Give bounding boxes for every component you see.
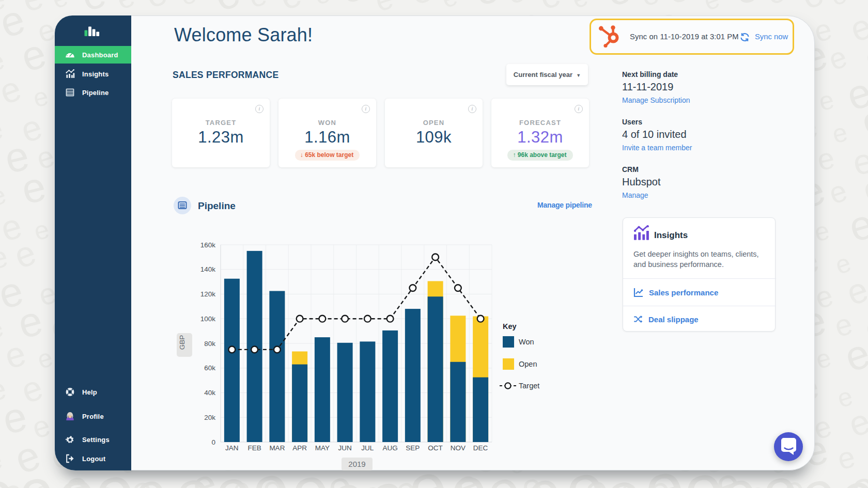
svg-text:20k: 20k xyxy=(204,414,215,421)
svg-text:Key: Key xyxy=(503,322,517,330)
svg-text:0: 0 xyxy=(211,438,215,446)
svg-text:JAN: JAN xyxy=(225,444,239,452)
svg-text:APR: APR xyxy=(292,444,307,452)
svg-text:80k: 80k xyxy=(204,340,215,348)
svg-text:160k: 160k xyxy=(200,241,216,249)
svg-text:60k: 60k xyxy=(204,364,215,372)
svg-text:2019: 2019 xyxy=(348,460,365,468)
svg-text:DEC: DEC xyxy=(473,444,488,452)
svg-text:Won: Won xyxy=(519,338,534,346)
svg-text:120k: 120k xyxy=(200,290,216,298)
svg-text:JUL: JUL xyxy=(361,444,374,452)
svg-text:AUG: AUG xyxy=(382,444,397,452)
svg-text:FEB: FEB xyxy=(247,444,261,452)
svg-text:JUN: JUN xyxy=(338,444,351,452)
svg-text:GBP: GBP xyxy=(178,335,186,350)
svg-text:Open: Open xyxy=(519,360,537,368)
svg-text:100k: 100k xyxy=(200,315,216,323)
svg-text:MAY: MAY xyxy=(315,444,330,452)
svg-text:140k: 140k xyxy=(200,265,216,273)
svg-text:NOV: NOV xyxy=(451,444,466,452)
svg-text:Target: Target xyxy=(519,382,539,390)
svg-text:OCT: OCT xyxy=(428,444,443,452)
svg-text:SEP: SEP xyxy=(406,444,420,452)
svg-text:40k: 40k xyxy=(204,389,215,397)
svg-text:MAR: MAR xyxy=(269,444,285,452)
